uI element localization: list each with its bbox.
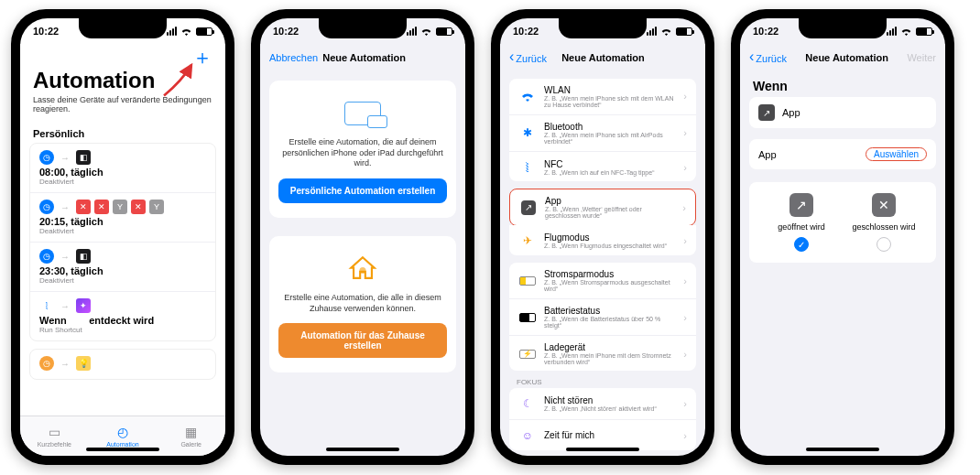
trigger-wlan[interactable]: WLANZ. B. „Wenn mein iPhone sich mit dem… (509, 79, 696, 115)
signal-icon (167, 27, 177, 36)
lamp-icon: 💡 (76, 356, 91, 371)
app-icon: Y (113, 200, 127, 214)
trigger-bluetooth[interactable]: ✱ BluetoothZ. B. „Wenn mein iPhone sich … (509, 115, 696, 152)
focus-header: FOKUS (500, 371, 705, 388)
app-icon: ◧ (76, 249, 91, 264)
page-title: Automation (33, 68, 212, 93)
tab-shortcuts[interactable]: ▭Kurzbefehle (20, 416, 89, 456)
trigger-dnd[interactable]: ☾ Nicht störenZ. B. „Wenn ‚Nicht stören‘… (509, 388, 696, 420)
app-icon: ↗ (519, 199, 538, 217)
add-button[interactable]: ＋ (192, 48, 212, 68)
wifi-icon (518, 87, 537, 105)
arrow-icon: → (58, 200, 72, 214)
trigger-battery[interactable]: BatteriestatusZ. B. „Wenn die Batteriest… (509, 299, 696, 336)
chevron-right-icon: › (683, 127, 687, 138)
item-sub: Run Shortcut (39, 326, 206, 334)
home-indicator[interactable] (566, 448, 639, 451)
automation-item[interactable]: ◷ → ✕ ✕ Y ✕ Y 20:15, täglich Deaktiviert (30, 193, 215, 243)
nav-title: Neue Automation (787, 52, 907, 63)
tab-gallery[interactable]: ▦Galerie (157, 416, 225, 456)
choose-button[interactable]: Auswählen (866, 147, 927, 161)
personal-desc: Erstelle eine Automation, die auf deinem… (278, 137, 447, 169)
battery-icon (676, 27, 692, 36)
wenn-header: Wenn (740, 71, 945, 97)
app-icon: Y (149, 200, 164, 214)
home-icon (347, 254, 378, 285)
chevron-right-icon: › (683, 312, 687, 323)
home-desc: Erstelle eine Automation, die alle in di… (278, 293, 447, 314)
automation-item[interactable]: ◷ → 💡 (30, 350, 215, 379)
trigger-app[interactable]: ↗ AppZ. B. „Wenn ‚Wetter‘ geöffnet oder … (510, 189, 695, 225)
trigger-nfc[interactable]: ⦚ NFCZ. B. „Wenn ich auf ein NFC-Tag tip… (509, 152, 696, 182)
trigger-airplane[interactable]: ✈ FlugmodusZ. B. „Wenn Flugmodus eingesc… (509, 225, 696, 256)
app-icon: ✕ (131, 200, 146, 214)
chevron-right-icon: › (683, 349, 687, 360)
airplane-icon: ✈ (518, 232, 537, 250)
clock-icon: ◴ (117, 425, 128, 439)
app-icon: ◧ (76, 150, 91, 165)
clock-icon: ◷ (39, 200, 54, 214)
wifi-icon (180, 27, 192, 36)
status-time: 10:22 (33, 26, 59, 37)
back-button[interactable]: Zurück (509, 49, 547, 66)
shortcut-icon: ✦ (76, 298, 91, 313)
chevron-right-icon: › (683, 430, 687, 441)
create-personal-button[interactable]: Persönliche Automation erstellen (278, 178, 447, 203)
signal-icon (407, 27, 417, 36)
item-title: 23:30, täglich (39, 265, 206, 276)
trigger-metime[interactable]: ☺ Zeit für mich › (509, 420, 696, 450)
bluetooth-icon: ✱ (518, 124, 537, 142)
item-sub: Deaktiviert (39, 276, 206, 285)
automation-item[interactable]: ◷ → ◧ 08:00, täglich Deaktiviert (30, 144, 215, 193)
moon-icon: ☾ (518, 394, 537, 413)
clock-icon: ◷ (39, 150, 54, 165)
charger-icon: ⚡ (518, 345, 537, 363)
app-select-row[interactable]: App Auswählen (749, 139, 936, 169)
chevron-right-icon: › (683, 235, 687, 246)
home-indicator[interactable] (806, 448, 879, 451)
nav-title: Neue Automation (318, 52, 410, 63)
create-home-button[interactable]: Automation für das Zuhause erstellen (278, 323, 447, 358)
item-title: 20:15, täglich (39, 216, 206, 227)
clock-icon: ◷ (39, 356, 54, 371)
signal-icon (887, 27, 897, 36)
clock-icon: ◷ (39, 249, 54, 264)
back-button[interactable]: Zurück (749, 49, 787, 66)
app-select-label: App (758, 149, 777, 160)
chevron-right-icon: › (683, 275, 687, 286)
automation-item[interactable]: ◷ → ◧ 23:30, täglich Deaktiviert (30, 243, 215, 292)
svg-point-0 (359, 267, 365, 274)
chevron-right-icon: › (683, 162, 687, 173)
nav-title: Neue Automation (547, 52, 659, 63)
nfc-icon: ⦚ (39, 298, 54, 313)
radio-opened[interactable]: ✓ (794, 237, 809, 252)
next-button[interactable]: Weiter (907, 52, 936, 63)
person-icon: ☺ (518, 426, 537, 445)
item-title: 08:00, täglich (39, 167, 206, 178)
open-icon: ↗ (789, 193, 813, 217)
trigger-charger[interactable]: ⚡ LadegerätZ. B. „Wenn mein iPhone mit d… (509, 336, 696, 371)
cancel-button[interactable]: Abbrechen (269, 52, 318, 63)
automation-item[interactable]: ⦚ → ✦ Wenn entdeckt wird Run Shortcut (30, 292, 215, 340)
trigger-lowpower[interactable]: StromsparmodusZ. B. „Wenn Stromsparmodus… (509, 263, 696, 299)
chevron-right-icon: › (683, 91, 687, 102)
lowpower-icon (518, 272, 537, 290)
status-time: 10:22 (753, 26, 779, 37)
nfc-icon: ⦚ (518, 158, 537, 177)
option-opened[interactable]: ↗ geöffnet wird ✓ (760, 193, 843, 252)
grid-icon: ▦ (185, 425, 197, 439)
radio-closed[interactable] (877, 237, 891, 252)
home-indicator[interactable] (86, 448, 159, 451)
signal-icon (647, 27, 657, 36)
option-closed[interactable]: ✕ geschlossen wird (843, 193, 925, 252)
arrow-icon: → (58, 150, 72, 165)
battery-icon (436, 27, 452, 36)
chevron-right-icon: › (682, 202, 686, 213)
section-header: Persönlich (20, 121, 225, 143)
arrow-icon: → (58, 249, 72, 264)
status-time: 10:22 (273, 26, 299, 37)
app-icon: ✕ (76, 200, 91, 214)
item-sub: Deaktiviert (39, 227, 206, 235)
chevron-right-icon: › (683, 398, 687, 409)
home-indicator[interactable] (326, 448, 399, 451)
